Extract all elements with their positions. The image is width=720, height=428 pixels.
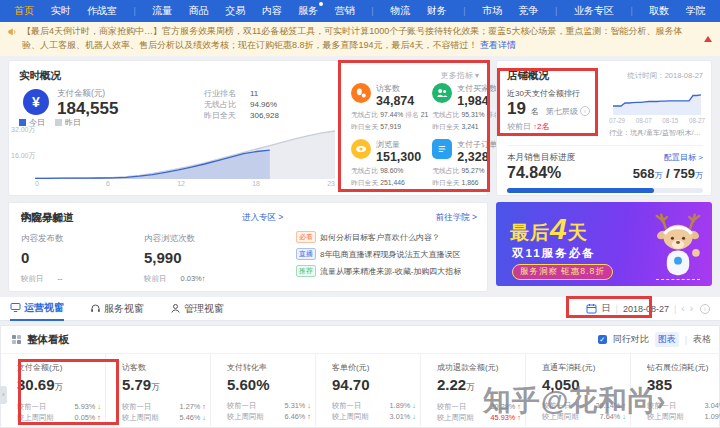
- buyers-icon: [432, 83, 452, 103]
- stat-label: 昨日全天: [432, 179, 459, 186]
- content-analysis-panel: 内容分析 进入专区 > 内容发布数 0 较前日-- 内容浏览次数 5,990 较…: [8, 202, 488, 292]
- academy-title: 学院早知道: [21, 211, 74, 225]
- tab-service-view[interactable]: 服务视窗: [90, 297, 144, 321]
- compare-value: 5.93%: [75, 401, 96, 412]
- board-metric-card[interactable]: 支付转化率 5.60% 较前一日 5.31% 较上周同期 6.46%: [210, 354, 315, 428]
- notice-collapse-icon[interactable]: [704, 36, 712, 42]
- divider: |: [616, 304, 618, 314]
- nav-item[interactable]: 服务: [298, 4, 318, 18]
- card-label: 支付转化率: [227, 362, 311, 373]
- next-day-chevron[interactable]: ›: [690, 303, 693, 314]
- date-value[interactable]: 2018-08-27: [623, 304, 669, 314]
- nav-item[interactable]: 学院: [686, 4, 706, 18]
- rank-value: 19: [507, 99, 526, 118]
- view-chart-toggle[interactable]: 图表: [655, 332, 679, 347]
- compare-label: 较前一日: [332, 400, 361, 411]
- stat-label: 无线占比: [351, 167, 378, 174]
- nav-item[interactable]: |: [463, 6, 465, 16]
- info-icon[interactable]: i: [580, 106, 590, 116]
- compare-label: 较上周同期: [227, 411, 263, 422]
- compare-label: 较前一日: [122, 401, 151, 412]
- card-compare-row: 较上周同期 5.46%: [122, 412, 206, 423]
- panel-collapse-handle[interactable]: ‹: [0, 386, 7, 404]
- nav-item[interactable]: |: [371, 6, 373, 16]
- content-zone-link[interactable]: 进入专区 >: [242, 212, 283, 224]
- nav-item[interactable]: 财务: [427, 4, 447, 18]
- card-compare-row: 较上周同期 0.05%: [17, 412, 101, 423]
- promo-banner[interactable]: 最后4天 双11服务必备 服务洞察 钜惠8.8折: [496, 202, 712, 286]
- peer-compare-checkbox[interactable]: ✓: [598, 335, 607, 344]
- stat-value: 97.44%: [380, 111, 403, 118]
- nav-item[interactable]: 交易: [225, 4, 245, 18]
- board-metric-card[interactable]: 访客数 5.79万 较前一日 1.27% 较上周同期 5.46%: [105, 354, 210, 428]
- sub-label: 较前日: [21, 274, 44, 283]
- nav-item[interactable]: 内容: [262, 4, 282, 18]
- tile-pageviews[interactable]: 浏览量 151,300 无线占比98.60% 昨日全天251,446: [351, 137, 428, 193]
- academy-item[interactable]: 必看 如何分析目标客户喜欢什么内容？: [296, 231, 481, 243]
- monitor-icon: [10, 302, 21, 313]
- sycm-dashboard: 首页 实时 作战室 | 流量 商品 交易 内容 服务 营销 | 物流 财务 | …: [0, 0, 720, 428]
- nav-item[interactable]: 取数: [649, 4, 669, 18]
- prev-day-chevron[interactable]: ‹: [681, 303, 684, 314]
- goal-progress-fill: [507, 188, 654, 193]
- tile-label: 访客数: [376, 83, 428, 94]
- divider: |: [674, 304, 676, 314]
- compare-label: 较上周同期: [17, 412, 53, 423]
- nav-item[interactable]: 物流: [390, 4, 410, 18]
- side-stat-value: 306,928: [250, 110, 279, 121]
- banner-headline-post: 天: [568, 222, 588, 243]
- nav-item[interactable]: 商品: [189, 4, 209, 18]
- nav-item[interactable]: 业务专区: [574, 4, 614, 18]
- academy-item[interactable]: 推荐 流量从哪来精准来源-收藏-加购四大指标: [296, 265, 481, 277]
- nav-item[interactable]: 首页: [14, 4, 34, 18]
- academy-tag: 推荐: [296, 265, 316, 277]
- tile-stat-row: 昨日全天251,446: [351, 178, 428, 188]
- nav-item[interactable]: 流量: [152, 4, 172, 18]
- tab-management-view[interactable]: 管理视窗: [170, 297, 224, 321]
- board-metric-card[interactable]: 客单价(元) 94.70 较前一日 1.89% 较上周同期 3.01%: [315, 354, 420, 428]
- tab-label: 服务视窗: [104, 302, 144, 316]
- nav-item[interactable]: 实时: [51, 4, 71, 18]
- nav-item[interactable]: |: [630, 6, 632, 16]
- compare-label: 较前一日: [227, 400, 256, 411]
- compare-value: 3.04%: [705, 400, 720, 411]
- order-list-icon: [432, 139, 452, 159]
- tile-visitors[interactable]: 访客数 34,874 无线占比97.44% 排名21 昨日全天57,919: [351, 81, 428, 137]
- goal-config-link[interactable]: 配置目标 >: [664, 152, 703, 163]
- nav-item[interactable]: 营销: [335, 4, 355, 18]
- nav-item[interactable]: 竞争: [519, 4, 539, 18]
- nav-item[interactable]: |: [134, 6, 136, 16]
- stat-label: 无线占比: [351, 111, 378, 118]
- x-tick: 18: [252, 180, 260, 187]
- info-icon[interactable]: i: [700, 304, 710, 314]
- compare-value: 0.05%: [75, 412, 96, 423]
- tab-operations-view[interactable]: 运营视窗: [10, 297, 64, 321]
- tile-stat-row: 无线占比98.60%: [351, 166, 428, 176]
- view-tabs-bar: 运营视窗 服务视窗 管理视窗 日 | 2018-08-27 | ‹ › i: [0, 297, 720, 321]
- academy-link[interactable]: 前往学院 >: [436, 212, 477, 224]
- side-stat-value: 11: [250, 88, 258, 99]
- side-stat-label: 行业排名: [204, 88, 250, 99]
- metric-sub: 较前日--: [21, 274, 64, 284]
- date-mode[interactable]: 日: [602, 302, 611, 315]
- compare-value: 5.46%: [180, 412, 201, 423]
- board-metric-card[interactable]: 支付金额(元) 30.69万 较前一日 5.93% 较上周同期 0.05%: [1, 354, 105, 428]
- trend-arrow: [307, 400, 311, 411]
- academy-tag: 必看: [296, 231, 316, 243]
- rank-line: 19 名 第七层级i: [507, 99, 590, 119]
- academy-item[interactable]: 直播 8年电商直播课程现身说法五大直播误区: [296, 248, 481, 260]
- view-table-toggle[interactable]: 表格: [693, 333, 711, 346]
- rank-x-label: 08-07: [636, 117, 652, 124]
- more-metrics-link[interactable]: 更多指标 ▾: [441, 70, 479, 81]
- realtime-side-stats: 行业排名 11 无线占比 94.96% 昨日全天 306,928: [204, 88, 324, 121]
- compare-value: 6.46%: [285, 411, 306, 422]
- nav-item[interactable]: |: [555, 6, 557, 16]
- calendar-icon[interactable]: [586, 303, 597, 314]
- stat-label: 无线占比: [432, 111, 459, 118]
- nav-item[interactable]: 作战室: [87, 4, 117, 18]
- nav-item[interactable]: 市场: [482, 4, 502, 18]
- rank-level: 第七层级: [546, 107, 578, 116]
- x-tick: 23: [327, 180, 335, 187]
- academy-item-text: 如何分析目标客户喜欢什么内容？: [320, 232, 440, 243]
- notice-detail-link[interactable]: 查看详情: [480, 40, 516, 50]
